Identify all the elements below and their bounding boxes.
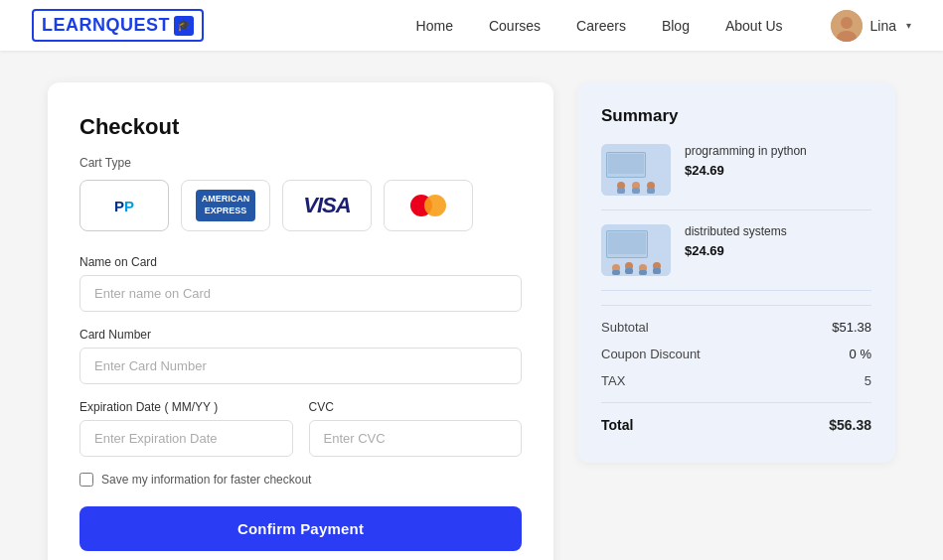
card-number-group: Card Number [79,328,522,384]
main-nav: Home Courses Careers Blog About Us Lina … [416,10,911,42]
coupon-label: Coupon Discount [601,347,701,361]
nav-courses[interactable]: Courses [489,18,541,34]
nav-home[interactable]: Home [416,18,453,34]
svg-rect-24 [653,268,661,274]
course-image-1 [601,144,671,196]
amex-method[interactable]: AMERICANEXPRESS [181,180,270,231]
logo[interactable]: LEARNQUEST 🎓 [32,9,204,42]
tax-value: 5 [864,373,871,388]
course-thumb-2 [601,224,671,276]
name-on-card-label: Name on Card [79,255,522,269]
summary-item-1: programming in python $24.69 [601,144,871,210]
paypal-icon: PP [114,198,134,214]
subtotal-row: Subtotal $51.38 [601,314,871,341]
summary-title: Summary [601,106,871,126]
expiry-group: Expiration Date ( MM/YY ) [79,400,293,457]
tax-row: TAX 5 [601,367,871,394]
svg-rect-20 [625,268,633,274]
svg-rect-16 [608,232,646,254]
course-name-2: distributed systems [685,224,871,238]
coupon-row: Coupon Discount 0 % [601,341,871,367]
svg-rect-6 [608,154,644,174]
user-name: Lina [870,18,896,34]
nav-about[interactable]: About Us [725,18,783,34]
expiry-input[interactable] [79,420,293,457]
subtotal-label: Subtotal [601,320,649,335]
checkout-card: Checkout Cart Type PP AMERICANEXPRESS VI… [48,82,553,560]
course-name-1: programming in python [685,144,871,158]
user-info[interactable]: Lina ▾ [831,10,911,42]
save-info-row: Save my information for faster checkout [79,473,522,487]
summary-divider-2 [601,402,871,403]
svg-rect-12 [647,188,655,194]
name-on-card-input[interactable] [79,275,522,312]
course-info-2: distributed systems $24.69 [685,224,871,276]
summary-card: Summary [577,82,895,463]
card-number-input[interactable] [79,348,522,384]
checkout-title: Checkout [79,114,522,140]
subtotal-value: $51.38 [832,320,871,335]
visa-method[interactable]: VISA [282,180,372,231]
svg-point-1 [841,17,853,29]
tax-label: TAX [601,373,625,388]
cart-type-label: Cart Type [79,156,522,170]
total-label: Total [601,417,633,433]
cvc-group: CVC [309,400,523,457]
svg-rect-8 [617,188,625,194]
svg-rect-22 [639,270,647,275]
save-info-checkbox[interactable] [79,473,93,487]
nav-blog[interactable]: Blog [662,18,690,34]
card-number-label: Card Number [79,328,522,342]
save-info-label: Save my information for faster checkout [101,473,311,487]
summary-item-2: distributed systems $24.69 [601,224,871,291]
total-value: $56.38 [829,417,871,433]
logo-icon: 🎓 [174,16,194,36]
expiry-cvc-row: Expiration Date ( MM/YY ) CVC [79,400,522,473]
coupon-value: 0 % [850,347,871,361]
cvc-label: CVC [309,400,523,414]
nav-careers[interactable]: Careers [576,18,626,34]
mastercard-icon [410,195,446,216]
avatar [831,10,863,42]
svg-rect-10 [632,188,640,194]
svg-rect-18 [612,270,620,275]
name-on-card-group: Name on Card [79,255,522,312]
course-info-1: programming in python $24.69 [685,144,871,196]
payment-methods: PP AMERICANEXPRESS VISA [79,180,522,231]
chevron-down-icon: ▾ [906,20,911,31]
mastercard-method[interactable] [384,180,473,231]
course-price-1: $24.69 [685,163,871,178]
summary-divider [601,305,871,306]
logo-text: LEARNQUEST [42,15,170,36]
amex-icon: AMERICANEXPRESS [196,190,256,220]
cvc-input[interactable] [309,420,523,457]
course-thumb-1 [601,144,671,196]
expiry-label: Expiration Date ( MM/YY ) [79,400,293,414]
paypal-method[interactable]: PP [79,180,169,231]
course-price-2: $24.69 [685,243,871,258]
total-row: Total $56.38 [601,411,871,439]
visa-icon: VISA [303,193,350,218]
confirm-payment-button[interactable]: Confirm Payment [79,506,522,551]
course-image-2 [601,224,671,276]
